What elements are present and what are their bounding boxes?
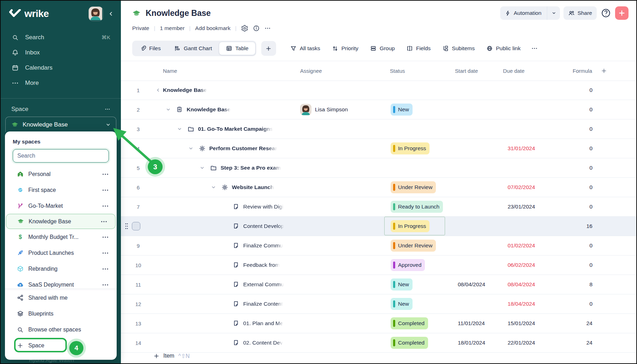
column-header-formula[interactable]: Formula xyxy=(557,61,592,81)
table-row[interactable]: 5Step 3: See a Pro exam0 xyxy=(121,158,636,178)
spaces-footer-item-browse-other-spaces[interactable]: Browse other spaces xyxy=(5,322,117,337)
filter-public-link[interactable]: Public link xyxy=(486,45,521,52)
status-badge[interactable]: In Progress xyxy=(391,220,429,232)
space-item-product-launches[interactable]: Product Launches xyxy=(5,245,117,261)
filter-subitems[interactable]: Subitems xyxy=(442,45,475,52)
task-name[interactable]: Finalize Commu xyxy=(243,236,283,255)
formula-value[interactable]: 0 xyxy=(556,81,592,100)
toolbar-more-icon[interactable] xyxy=(531,45,538,52)
filter-fields[interactable]: Fields xyxy=(407,45,431,52)
row-checkbox[interactable] xyxy=(132,222,140,230)
help-button[interactable] xyxy=(600,7,612,19)
table-row[interactable]: 301. Go-To Market Campaigns0 xyxy=(121,119,636,139)
task-name[interactable]: Perform Customer Resear xyxy=(209,139,277,158)
user-avatar[interactable] xyxy=(88,6,103,21)
space-selector[interactable]: Knowledge Base xyxy=(5,117,116,132)
add-view-button[interactable] xyxy=(261,41,276,56)
formula-value[interactable]: 0 xyxy=(556,178,592,197)
column-header-name[interactable]: Name xyxy=(163,61,177,81)
space-item-menu-icon[interactable] xyxy=(102,249,109,257)
expand-chevron-down-icon[interactable] xyxy=(188,146,194,151)
assignee-cell[interactable]: Lisa Simpson xyxy=(300,100,348,119)
collapse-chevron-left-icon[interactable] xyxy=(155,87,161,93)
sidebar-item-calendars[interactable]: Calendars xyxy=(1,60,121,75)
column-header-due-date[interactable]: Due date xyxy=(503,61,525,81)
space-item-personal[interactable]: Personal xyxy=(5,166,117,182)
members-label[interactable]: 1 member xyxy=(160,25,185,31)
formula-value[interactable]: 0 xyxy=(556,256,592,275)
space-item-menu-icon[interactable] xyxy=(102,234,109,241)
more-actions-icon[interactable] xyxy=(264,25,271,31)
automation-button[interactable]: Automation xyxy=(500,6,546,20)
formula-value[interactable]: 0 xyxy=(556,236,592,255)
space-item-menu-icon[interactable] xyxy=(102,265,109,272)
due-date[interactable]: 06/02/2024 xyxy=(508,256,535,275)
expand-chevron-down-icon[interactable] xyxy=(199,165,205,171)
space-item-monthly-budget-tr-[interactable]: $ Monthly Budget Tr... xyxy=(5,229,117,245)
space-item-go-to-market[interactable]: Go-To-Market xyxy=(5,198,117,214)
privacy-label[interactable]: Private xyxy=(132,25,149,31)
task-name[interactable]: Content Develop xyxy=(243,217,284,236)
space-item-first-space[interactable]: First space xyxy=(5,182,117,198)
status-badge[interactable]: New xyxy=(391,298,413,310)
due-date[interactable]: 15/01/2024 xyxy=(508,314,535,333)
collapse-sidebar-icon[interactable] xyxy=(108,11,114,17)
table-row[interactable]: 10Feedback fromApproved06/02/20240 xyxy=(121,256,636,275)
due-date[interactable]: 31/01/2024 xyxy=(508,139,535,158)
table-row[interactable]: 4Perform Customer ResearIn Progress31/01… xyxy=(121,139,636,158)
status-badge[interactable]: Under Review xyxy=(391,240,436,252)
status-badge[interactable]: In Progress xyxy=(391,142,429,154)
task-name[interactable]: External Commu xyxy=(243,275,284,294)
formula-value[interactable]: 24 xyxy=(556,314,592,333)
status-badge[interactable]: New xyxy=(391,104,413,116)
column-header-status[interactable]: Status xyxy=(390,61,405,81)
automation-dropdown-button[interactable] xyxy=(548,6,560,20)
expand-chevron-down-icon[interactable] xyxy=(165,107,171,112)
formula-value[interactable]: 0 xyxy=(556,158,592,177)
sidebar-item-more[interactable]: More xyxy=(1,75,121,90)
space-item-menu-icon[interactable] xyxy=(102,202,109,210)
space-item-knowledge-base[interactable]: Knowledge Base xyxy=(6,214,116,229)
space-item-menu-icon[interactable] xyxy=(100,218,107,225)
status-badge[interactable]: Completed xyxy=(391,337,428,349)
due-date[interactable]: 07/02/2024 xyxy=(508,178,535,197)
filter-group[interactable]: Group xyxy=(370,45,395,52)
task-name[interactable]: Finalize Content xyxy=(243,294,283,313)
task-name[interactable]: 01. Plan and Me xyxy=(243,314,283,333)
formula-value[interactable]: 16 xyxy=(556,217,592,236)
share-button[interactable]: Share xyxy=(563,6,597,20)
table-row[interactable]: 1301. Plan and MeCompleted11/01/202415/0… xyxy=(121,314,636,333)
formula-value[interactable]: 8 xyxy=(556,275,592,294)
due-date[interactable]: 01/02/2024 xyxy=(508,236,535,255)
status-badge[interactable]: Approved xyxy=(391,259,425,271)
column-header-assignee[interactable]: Assignee xyxy=(300,61,322,81)
space-section-menu-icon[interactable] xyxy=(105,106,110,112)
status-badge[interactable]: Ready to Launch xyxy=(391,201,443,213)
table-row[interactable]: 8Content DevelopIn Progress16 xyxy=(121,217,636,236)
create-new-button[interactable] xyxy=(615,6,629,20)
start-date[interactable]: 08/04/2024 xyxy=(458,275,485,294)
table-row[interactable]: 1Knowledge Base0 xyxy=(121,81,636,100)
formula-value[interactable]: 0 xyxy=(556,294,592,313)
formula-value[interactable]: 0 xyxy=(556,197,592,216)
spaces-search-input[interactable] xyxy=(13,149,109,163)
due-date[interactable]: 08/04/2024 xyxy=(508,275,535,294)
task-name[interactable]: Website Launch xyxy=(232,178,274,197)
tab-table[interactable]: Table xyxy=(219,42,256,55)
spaces-footer-item-blueprints[interactable]: Blueprints xyxy=(5,306,117,322)
space-item-menu-icon[interactable] xyxy=(102,281,109,288)
formula-value[interactable]: 0 xyxy=(556,139,592,158)
task-name[interactable]: Knowledge Base xyxy=(187,100,230,119)
info-icon[interactable] xyxy=(253,25,260,32)
expand-chevron-down-icon[interactable] xyxy=(177,126,182,132)
space-item-menu-icon[interactable] xyxy=(102,187,109,194)
table-row[interactable]: 2Knowledge BaseLisa SimpsonNew0 xyxy=(121,100,636,119)
start-date[interactable]: 11/01/2024 xyxy=(458,314,485,333)
expand-chevron-down-icon[interactable] xyxy=(211,184,216,190)
table-row[interactable]: 6Website LaunchUnder Review07/02/20240 xyxy=(121,178,636,197)
status-badge[interactable]: Under Review xyxy=(391,181,436,193)
table-row[interactable]: 12Finalize ContentNew18/04/20240 xyxy=(121,294,636,314)
add-bookmark-link[interactable]: Add bookmark xyxy=(195,25,230,31)
table-row[interactable]: 9Finalize CommuUnder Review01/02/20240 xyxy=(121,236,636,256)
table-row[interactable]: 7Review with DigiReady to Launch23/01/20… xyxy=(121,197,636,217)
